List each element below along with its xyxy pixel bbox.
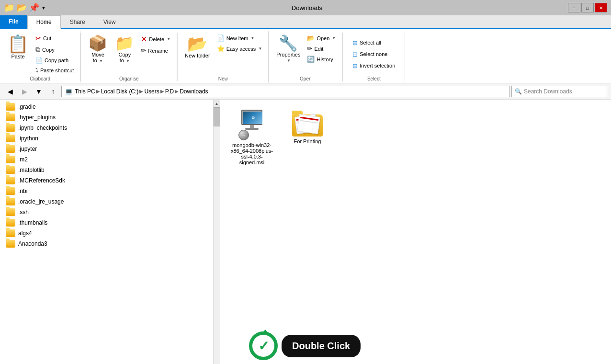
move-to-label: Moveto ▼ — [91, 52, 104, 63]
copy-path-button[interactable]: 📄 Copy path — [33, 56, 76, 65]
select-all-label: Select all — [360, 40, 381, 46]
sidebar-item[interactable]: .gradle — [0, 102, 213, 112]
select-none-button[interactable]: ⊡ Select none — [350, 49, 397, 59]
paste-shortcut-button[interactable]: ⤵ Paste shortcut — [33, 66, 76, 75]
tab-file[interactable]: File — [0, 15, 27, 29]
sidebar-item[interactable]: algs4 — [0, 228, 213, 239]
tab-share[interactable]: Share — [61, 15, 94, 29]
move-to-arrow: ▼ — [99, 59, 103, 63]
folder-icon-1: 📁 — [4, 2, 14, 13]
invert-selection-button[interactable]: ⊟ Invert selection — [350, 61, 397, 71]
select-none-icon: ⊡ — [352, 51, 358, 58]
crumb-downloads[interactable]: Downloads — [180, 88, 208, 95]
copy-label: Copy — [42, 47, 55, 53]
sidebar-item[interactable]: .jupyter — [0, 144, 213, 154]
copy-path-label: Copy path — [45, 57, 68, 63]
folder-icon — [6, 156, 15, 163]
organise-buttons: 📦 Moveto ▼ 📁 Copyto ▼ ✕ Delete ▼ ✏ Renam… — [85, 33, 173, 75]
scroll-thumb[interactable] — [214, 107, 220, 126]
open-buttons: 🔧 Properties ▼ 📂 Open ▼ ✏ Edit 🔄 History — [273, 33, 338, 75]
address-bar[interactable]: 💻 This PC ▶ Local Disk (C:) ▶ Users ▶ P.… — [61, 86, 509, 97]
forward-button[interactable]: ▶ — [18, 86, 31, 97]
clipboard-buttons: 📋 Paste ✂ Cut ⧉ Copy 📄 Copy path ⤵ — [4, 33, 76, 75]
history-button[interactable]: 🔄 History — [305, 54, 338, 64]
new-item-arrow: ▼ — [250, 36, 254, 40]
sidebar-item[interactable]: .hyper_plugins — [0, 112, 213, 123]
copy-to-button[interactable]: 📁 Copyto ▼ — [112, 33, 137, 66]
rename-label: Rename — [148, 48, 168, 54]
move-to-icon: 📦 — [88, 35, 107, 51]
clipboard-small-buttons: ✂ Cut ⧉ Copy 📄 Copy path ⤵ Paste shortcu… — [33, 33, 76, 75]
sidebar-item[interactable]: .m2 — [0, 154, 213, 165]
sidebar-item[interactable]: .nbi — [0, 186, 213, 196]
delete-arrow: ▼ — [167, 37, 170, 41]
sep-3: ▶ — [160, 89, 164, 94]
sidebar-item[interactable]: .MCReferenceSdk — [0, 175, 213, 186]
paste-icon: 📋 — [7, 35, 29, 53]
back-button[interactable]: ◀ — [4, 86, 16, 97]
copy-to-arrow: ▼ — [126, 59, 130, 63]
close-button[interactable]: ✕ — [595, 3, 607, 12]
edit-button[interactable]: ✏ Edit — [305, 44, 338, 54]
sidebar-item[interactable]: .thumbnails — [0, 217, 213, 228]
tab-view[interactable]: View — [94, 15, 125, 29]
delete-label: Delete — [149, 36, 164, 42]
breadcrumb: This PC ▶ Local Disk (C:) ▶ Users ▶ P.D … — [75, 88, 208, 95]
open-small-buttons: 📂 Open ▼ ✏ Edit 🔄 History — [305, 33, 338, 64]
tab-home[interactable]: Home — [27, 15, 61, 29]
sidebar-item[interactable]: Anaconda3 — [0, 239, 213, 249]
sidebar-item[interactable]: .ipynb_checkpoints — [0, 123, 213, 133]
recent-button[interactable]: ▼ — [33, 86, 45, 97]
crumb-thispc[interactable]: This PC — [75, 88, 95, 95]
crumb-localdisk[interactable]: Local Disk (C:) — [101, 88, 139, 95]
search-bar[interactable]: 🔍 Search Downloads — [511, 86, 607, 97]
new-group-label: New — [181, 75, 264, 83]
sidebar-item-label: .m2 — [18, 156, 28, 163]
folder-icon — [6, 219, 15, 227]
open-button[interactable]: 📂 Open ▼ — [305, 33, 338, 43]
sidebar-item-label: .hyper_plugins — [18, 114, 56, 121]
folder-icon — [6, 145, 15, 153]
new-item-icon: 📄 — [217, 34, 225, 42]
move-to-button[interactable]: 📦 Moveto ▼ — [85, 33, 111, 66]
folder-icon — [6, 187, 15, 195]
window-title: Downloads — [49, 4, 565, 11]
invert-selection-icon: ⊟ — [352, 62, 358, 69]
properties-button[interactable]: 🔧 Properties ▼ — [273, 33, 304, 65]
copy-button[interactable]: ⧉ Copy — [33, 44, 76, 55]
crumb-pd[interactable]: P.D — [165, 88, 174, 95]
sidebar-item-label: .jupyter — [18, 146, 37, 152]
up-button[interactable]: ↑ — [47, 86, 59, 97]
delete-button[interactable]: ✕ Delete ▼ — [138, 33, 173, 45]
crumb-users[interactable]: Users — [144, 88, 159, 95]
sidebar-item[interactable]: .oracle_jre_usage — [0, 196, 213, 207]
file-item-for-printing[interactable]: For Printing — [283, 107, 331, 168]
history-label: History — [317, 57, 333, 62]
select-none-label: Select none — [360, 51, 387, 57]
paste-button[interactable]: 📋 Paste — [4, 33, 32, 62]
ribbon-tabs: File Home Share View — [0, 15, 611, 29]
sep-1: ▶ — [96, 89, 100, 94]
new-folder-button[interactable]: 📂 New folder — [181, 33, 214, 61]
scroll-track — [214, 107, 220, 364]
cut-icon: ✂ — [35, 34, 41, 42]
select-all-button[interactable]: ⊞ Select all — [350, 38, 397, 48]
ribbon-group-organise: 📦 Moveto ▼ 📁 Copyto ▼ ✕ Delete ▼ ✏ Renam… — [81, 31, 177, 83]
sidebar-item[interactable]: .ssh — [0, 207, 213, 217]
paste-label: Paste — [11, 54, 24, 59]
sidebar-item[interactable]: .ipython — [0, 133, 213, 144]
sidebar-scrollbar: ▲ ▼ — [213, 100, 220, 364]
minimize-button[interactable]: − — [568, 3, 580, 12]
new-item-button[interactable]: 📄 New item ▼ — [215, 33, 265, 43]
maximize-button[interactable]: □ — [581, 3, 594, 12]
easy-access-button[interactable]: ⭐ Easy access ▼ — [215, 44, 265, 54]
search-icon: 🔍 — [515, 88, 522, 95]
sidebar-item[interactable]: .matplotlib — [0, 165, 213, 175]
rename-button[interactable]: ✏ Rename — [138, 46, 173, 56]
organise-small-buttons: ✕ Delete ▼ ✏ Rename — [138, 33, 173, 56]
msi-file-name: mongodb-win32-x86_64-2008plus-ssl-4.0.3-… — [230, 142, 273, 165]
file-item-msi[interactable]: ⚙ mongodb-win32-x86_64-2008plus-ssl-4.0.… — [228, 107, 276, 168]
cut-button[interactable]: ✂ Cut — [33, 33, 76, 44]
history-icon: 🔄 — [307, 56, 315, 63]
scroll-up-arrow[interactable]: ▲ — [214, 100, 220, 107]
